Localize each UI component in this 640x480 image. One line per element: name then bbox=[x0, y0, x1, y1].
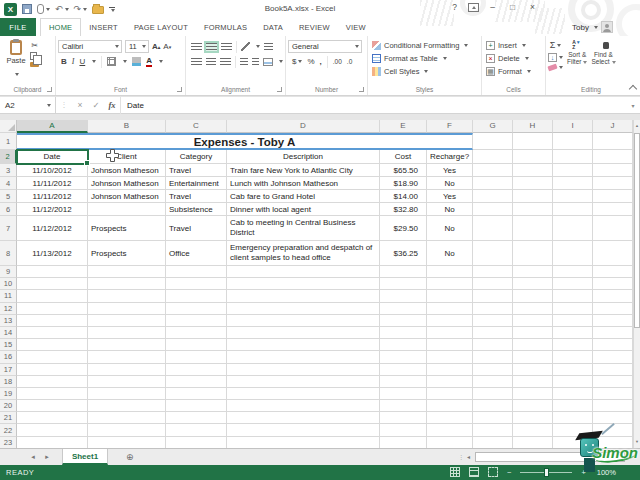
help-button[interactable]: ? bbox=[448, 2, 461, 12]
cell-H12[interactable] bbox=[513, 303, 553, 315]
autosum-button[interactable]: Σ bbox=[548, 40, 563, 50]
cell-H18[interactable] bbox=[513, 376, 553, 388]
cell-C5[interactable]: Travel bbox=[166, 190, 227, 203]
cell-C17[interactable] bbox=[166, 364, 227, 376]
cell-E13[interactable] bbox=[380, 315, 427, 327]
cell-C9[interactable] bbox=[166, 266, 227, 278]
tab-formulas[interactable]: FORMULAS bbox=[196, 18, 255, 36]
tab-page-layout[interactable]: PAGE LAYOUT bbox=[126, 18, 196, 36]
cell-B12[interactable] bbox=[88, 303, 166, 315]
scroll-left-icon[interactable]: ◂ bbox=[464, 453, 473, 460]
cell-G14[interactable] bbox=[473, 327, 513, 339]
cell-I10[interactable] bbox=[553, 278, 593, 290]
cell-F22[interactable] bbox=[427, 424, 473, 436]
cell-E6[interactable]: $32.80 bbox=[380, 203, 427, 216]
row-header-17[interactable]: 17 bbox=[0, 364, 17, 376]
zoom-out-button[interactable]: − bbox=[507, 468, 511, 477]
cell-F5[interactable]: Yes bbox=[427, 190, 473, 203]
cell-I8[interactable] bbox=[553, 241, 593, 266]
cell-A4[interactable]: 11/11/2012 bbox=[17, 177, 88, 190]
cell-F6[interactable]: No bbox=[427, 203, 473, 216]
cell-D11[interactable] bbox=[227, 290, 380, 302]
new-sheet-button[interactable]: ⊕ bbox=[126, 452, 134, 462]
cell-I4[interactable] bbox=[553, 177, 593, 190]
sheet-tab-sheet1[interactable]: Sheet1 bbox=[62, 449, 108, 465]
cell-F14[interactable] bbox=[427, 327, 473, 339]
col-header-B[interactable]: B bbox=[88, 120, 166, 133]
wrap-text-button[interactable] bbox=[264, 43, 273, 51]
cell-D9[interactable] bbox=[227, 266, 380, 278]
row-header-8[interactable]: 8 bbox=[0, 241, 17, 266]
cell-A21[interactable] bbox=[17, 412, 88, 424]
cell-B22[interactable] bbox=[88, 424, 166, 436]
cell-I2[interactable] bbox=[553, 150, 593, 164]
cell-C16[interactable] bbox=[166, 351, 227, 363]
tab-review[interactable]: REVIEW bbox=[291, 18, 338, 36]
cell-E17[interactable] bbox=[380, 364, 427, 376]
cell-C15[interactable] bbox=[166, 339, 227, 351]
cell-E22[interactable] bbox=[380, 424, 427, 436]
tab-view[interactable]: VIEW bbox=[338, 18, 374, 36]
cell-F9[interactable] bbox=[427, 266, 473, 278]
row-header-14[interactable]: 14 bbox=[0, 327, 17, 339]
cell-C6[interactable]: Subsistence bbox=[166, 203, 227, 216]
increase-decimal-button[interactable]: .00 bbox=[333, 58, 342, 65]
cell-A3[interactable]: 11/10/2012 bbox=[17, 164, 88, 177]
cell-D2[interactable]: Description bbox=[227, 150, 380, 164]
grow-font-button[interactable]: A▴ bbox=[152, 42, 160, 51]
col-header-I[interactable]: I bbox=[553, 120, 593, 133]
cell-I5[interactable] bbox=[553, 190, 593, 203]
cell-C3[interactable]: Travel bbox=[166, 164, 227, 177]
font-name-select[interactable]: Calibri bbox=[58, 40, 122, 53]
cell-C12[interactable] bbox=[166, 303, 227, 315]
cell-H11[interactable] bbox=[513, 290, 553, 302]
font-color-button[interactable]: A bbox=[146, 57, 152, 67]
cell-C23[interactable] bbox=[166, 437, 227, 448]
cell-E5[interactable]: $14.00 bbox=[380, 190, 427, 203]
cell-J5[interactable] bbox=[593, 190, 633, 203]
cell-J8[interactable] bbox=[593, 241, 633, 266]
cell-I20[interactable] bbox=[553, 400, 593, 412]
cell-I21[interactable] bbox=[553, 412, 593, 424]
col-header-F[interactable]: F bbox=[427, 120, 473, 133]
cell-I12[interactable] bbox=[553, 303, 593, 315]
cell-A17[interactable] bbox=[17, 364, 88, 376]
cell-A13[interactable] bbox=[17, 315, 88, 327]
cell-H7[interactable] bbox=[513, 216, 553, 241]
cell-D3[interactable]: Train fare New York to Atlantic City bbox=[227, 164, 380, 177]
save-icon[interactable] bbox=[22, 4, 32, 14]
cell-E4[interactable]: $18.90 bbox=[380, 177, 427, 190]
cell-H16[interactable] bbox=[513, 351, 553, 363]
cell-G17[interactable] bbox=[473, 364, 513, 376]
cell-J17[interactable] bbox=[593, 364, 633, 376]
col-header-J[interactable]: J bbox=[593, 120, 633, 133]
cell-F10[interactable] bbox=[427, 278, 473, 290]
cell-A18[interactable] bbox=[17, 376, 88, 388]
cell-C20[interactable] bbox=[166, 400, 227, 412]
cell-J10[interactable] bbox=[593, 278, 633, 290]
cell-H15[interactable] bbox=[513, 339, 553, 351]
sheet-nav-left-icon[interactable]: ◂ bbox=[26, 453, 40, 461]
cell-G4[interactable] bbox=[473, 177, 513, 190]
cell-A19[interactable] bbox=[17, 388, 88, 400]
normal-view-button[interactable] bbox=[450, 467, 460, 477]
paste-button[interactable]: Paste bbox=[2, 39, 30, 83]
cell-A15[interactable] bbox=[17, 339, 88, 351]
touch-mode-icon[interactable] bbox=[37, 4, 50, 14]
decrease-indent-button[interactable] bbox=[240, 58, 248, 66]
cell-H4[interactable] bbox=[513, 177, 553, 190]
sheet-nav-right-icon[interactable]: ▸ bbox=[40, 453, 54, 461]
scroll-up-icon[interactable]: ▲ bbox=[634, 120, 640, 132]
cell-I9[interactable] bbox=[553, 266, 593, 278]
cell-B2[interactable]: Client bbox=[88, 150, 166, 164]
cell-E20[interactable] bbox=[380, 400, 427, 412]
cell-F3[interactable]: Yes bbox=[427, 164, 473, 177]
cell-G1[interactable] bbox=[473, 133, 513, 150]
cell-G22[interactable] bbox=[473, 424, 513, 436]
cell-G23[interactable] bbox=[473, 437, 513, 448]
cell-E18[interactable] bbox=[380, 376, 427, 388]
cell-J20[interactable] bbox=[593, 400, 633, 412]
cell-H20[interactable] bbox=[513, 400, 553, 412]
cell-D22[interactable] bbox=[227, 424, 380, 436]
cell-B3[interactable]: Johnson Matheson bbox=[88, 164, 166, 177]
